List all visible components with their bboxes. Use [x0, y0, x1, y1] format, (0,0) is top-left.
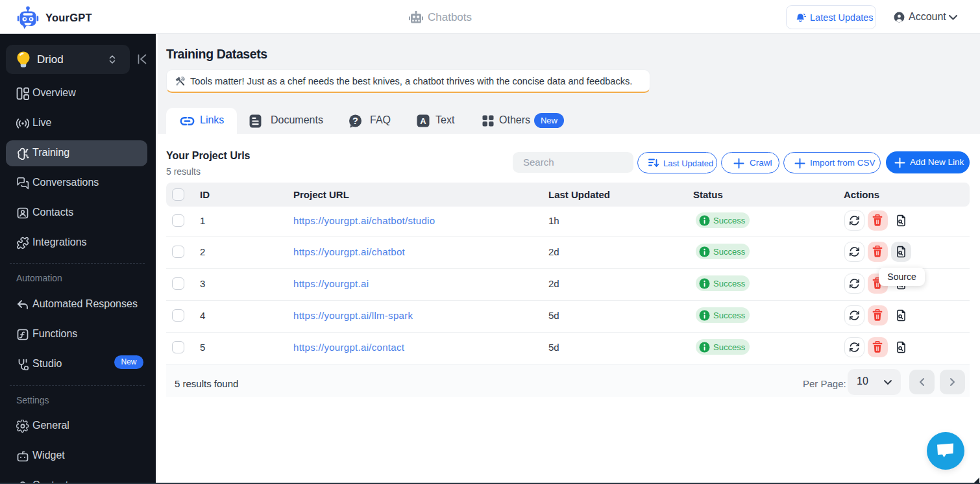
- svg-text:?: ?: [352, 116, 358, 126]
- svg-text:A: A: [420, 116, 426, 126]
